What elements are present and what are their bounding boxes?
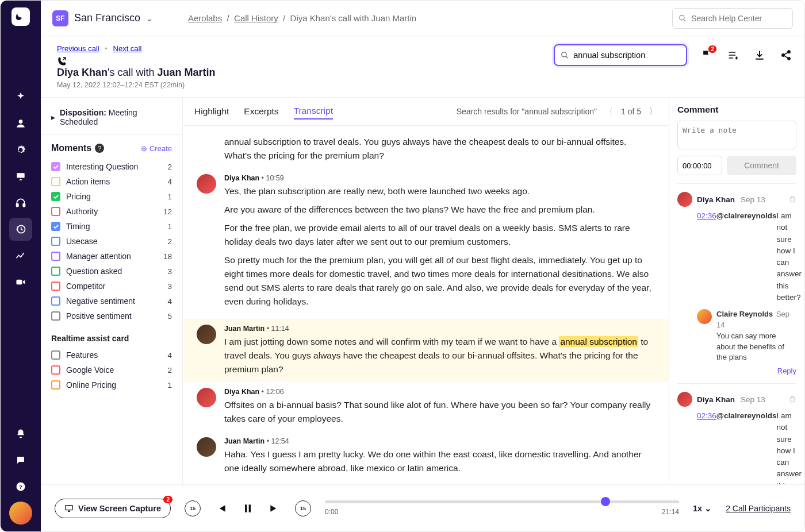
comment-input[interactable] [677, 121, 796, 149]
rewind-15-button[interactable]: 15 [185, 500, 201, 516]
participants-link[interactable]: 2 Call Participants [726, 504, 791, 513]
comment-submit-button[interactable]: Comment [727, 156, 796, 175]
phone-outgoing-icon [57, 56, 67, 67]
transcript-text[interactable]: Offsites on a bi-annual basis? That soun… [224, 398, 655, 426]
delete-icon[interactable] [788, 195, 796, 203]
moment-item[interactable]: Positive sentiment5 [51, 309, 172, 323]
app-logo[interactable] [12, 7, 30, 26]
checkbox-icon[interactable] [51, 350, 60, 360]
checkbox-icon[interactable] [51, 192, 60, 201]
transcript-text[interactable]: Yes, the plan subscription are really ne… [224, 184, 655, 309]
breadcrumb-section[interactable]: Call History [234, 13, 278, 23]
moment-item[interactable]: Authority12 [51, 204, 172, 219]
checkbox-icon[interactable] [51, 365, 60, 375]
moment-count: 3 [167, 267, 172, 276]
tab-excerpts[interactable]: Excerpts [244, 104, 278, 119]
speed-selector[interactable]: 1x⌄ [693, 504, 712, 513]
comment-body: 02:36 @clairereynolds I am not sure how … [697, 410, 796, 484]
speaker-avatar [197, 437, 216, 457]
moment-item[interactable]: Question asked3 [51, 264, 172, 279]
rail-history-icon[interactable] [9, 218, 32, 241]
moment-item[interactable]: Interesting Question2 [51, 159, 172, 174]
transcript-text[interactable]: Haha. Yes I guess I am pretty lucky. We … [224, 448, 655, 475]
rail-user-avatar[interactable] [9, 502, 32, 525]
help-icon[interactable]: ? [95, 144, 104, 153]
assist-item[interactable]: Google Voice2 [51, 363, 172, 377]
next-call-link[interactable]: Next call [113, 44, 142, 53]
search-icon [678, 14, 687, 23]
seek-track[interactable]: 0:0021:14 [325, 500, 679, 516]
tab-transcript[interactable]: Transcript [294, 103, 333, 119]
checkbox-icon[interactable] [51, 207, 60, 216]
disposition-row[interactable]: ▸ Disposition: Meeting Scheduled [41, 105, 182, 135]
moment-label: Competitor [66, 282, 105, 291]
transcript-search-input[interactable] [573, 51, 680, 60]
prev-call-link[interactable]: Previous call [57, 44, 99, 53]
pause-button[interactable] [242, 503, 254, 514]
checkbox-icon[interactable] [51, 162, 60, 171]
comment-timestamp[interactable]: 02:36 [697, 210, 716, 303]
checkbox-icon[interactable] [51, 222, 60, 231]
svg-text:?: ? [19, 484, 22, 490]
comment-author: Diya Khan [697, 395, 735, 404]
create-moment-button[interactable]: ⊕ Create [141, 144, 172, 153]
share-button[interactable] [779, 48, 793, 62]
flag-button[interactable]: 2 [700, 48, 714, 62]
topbar: SF San Francisco ⌄ Aerolabs / Call Histo… [41, 1, 804, 36]
assist-label: Online Pricing [66, 380, 116, 390]
moment-count: 2 [167, 163, 172, 171]
moment-item[interactable]: Manager attention18 [51, 249, 172, 264]
rail-settings-icon[interactable] [9, 138, 32, 161]
rail-video-icon[interactable] [9, 271, 32, 294]
prev-result-button[interactable]: 〈 [605, 106, 613, 117]
moment-item[interactable]: Pricing1 [51, 189, 172, 204]
help-search-input[interactable] [691, 14, 787, 23]
moment-item[interactable]: Negative sentiment4 [51, 294, 172, 309]
checkbox-icon[interactable] [51, 380, 60, 390]
view-screen-capture-button[interactable]: View Screen Capture 2 [55, 499, 171, 518]
forward-15-button[interactable]: 15 [295, 500, 311, 516]
rail-analytics-icon[interactable] [9, 244, 32, 267]
help-search[interactable] [672, 8, 793, 29]
next-result-button[interactable]: 〉 [649, 106, 657, 117]
transcript-text[interactable]: annual subscription to travel deals. You… [224, 135, 655, 163]
rail-presentations-icon[interactable] [9, 165, 32, 188]
checkbox-icon[interactable] [51, 267, 60, 276]
next-track-button[interactable] [269, 503, 280, 514]
checkbox-icon[interactable] [51, 282, 60, 291]
breadcrumb-org[interactable]: Aerolabs [188, 13, 222, 23]
moment-item[interactable]: Usecase2 [51, 234, 172, 249]
transcript-text[interactable]: I am just jotting down some notes and wi… [224, 335, 655, 376]
tab-highlight[interactable]: Highlight [194, 104, 229, 119]
svg-rect-2 [17, 204, 18, 207]
moment-item[interactable]: Action items4 [51, 174, 172, 189]
speaker-meta: Diya Khan • 10:59 [224, 174, 655, 182]
download-button[interactable] [753, 48, 766, 62]
assist-item[interactable]: Features4 [51, 348, 172, 363]
checkbox-icon[interactable] [51, 252, 60, 261]
rail-headset-icon[interactable] [9, 191, 32, 214]
moment-count: 12 [163, 207, 172, 216]
checkbox-icon[interactable] [51, 296, 60, 306]
reply-link[interactable]: Reply [677, 367, 796, 375]
playlist-add-button[interactable] [726, 48, 740, 62]
rail-help-icon[interactable]: ? [9, 475, 32, 498]
timestamp-input[interactable] [677, 156, 722, 175]
prev-track-button[interactable] [216, 503, 227, 514]
comment-timestamp[interactable]: 02:36 [697, 410, 716, 484]
rail-chat-icon[interactable] [9, 449, 32, 472]
checkbox-icon[interactable] [51, 237, 60, 246]
transcript-search[interactable] [554, 44, 687, 66]
moment-item[interactable]: Competitor3 [51, 279, 172, 294]
assist-item[interactable]: Online Pricing1 [51, 377, 172, 392]
workspace-selector[interactable]: SF San Francisco ⌄ [52, 10, 179, 26]
transcript-block: Diya Khan • 12:06Offsites on a bi-annual… [197, 382, 655, 431]
checkbox-icon[interactable] [51, 311, 60, 321]
delete-icon[interactable] [788, 395, 796, 403]
rail-ai-icon[interactable] [9, 86, 32, 109]
moment-item[interactable]: Timing1 [51, 219, 172, 234]
seek-thumb[interactable] [601, 497, 610, 506]
checkbox-icon[interactable] [51, 177, 60, 186]
rail-notifications-icon[interactable] [9, 422, 32, 445]
rail-contacts-icon[interactable] [9, 112, 32, 135]
